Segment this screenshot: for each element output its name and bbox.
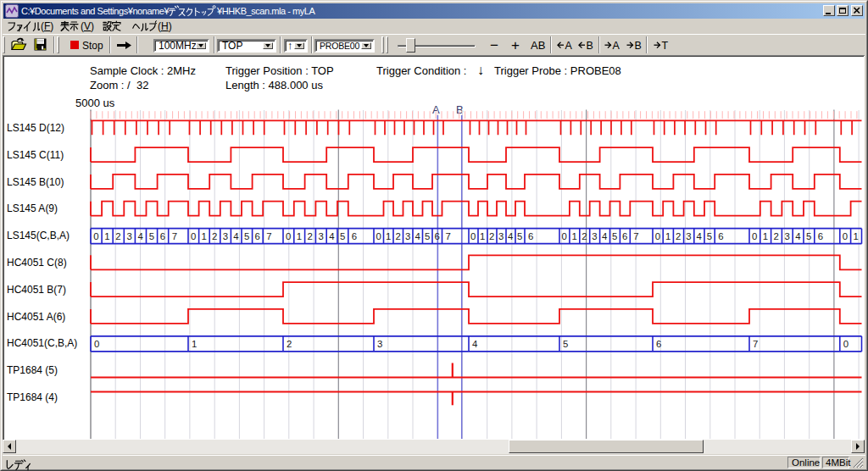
svg-text:3: 3: [127, 231, 132, 241]
svg-text:2: 2: [115, 231, 120, 241]
svg-text:2: 2: [212, 231, 217, 241]
svg-text:7: 7: [446, 231, 451, 241]
svg-text:2: 2: [287, 339, 292, 349]
svg-text:7: 7: [266, 231, 271, 241]
svg-text:4: 4: [138, 231, 143, 241]
svg-text:3: 3: [318, 231, 323, 241]
svg-text:0: 0: [752, 231, 757, 241]
svg-text:6: 6: [718, 231, 723, 241]
svg-text:2: 2: [774, 231, 779, 241]
svg-text:0: 0: [843, 231, 848, 241]
svg-text:3: 3: [405, 231, 410, 241]
svg-text:6: 6: [434, 231, 439, 241]
svg-text:4: 4: [329, 231, 334, 241]
svg-text:7: 7: [172, 231, 177, 241]
svg-text:1: 1: [763, 231, 768, 241]
svg-text:0: 0: [286, 231, 291, 241]
svg-text:2: 2: [676, 231, 681, 241]
svg-text:5: 5: [517, 231, 522, 241]
svg-text:4: 4: [233, 231, 238, 241]
svg-text:1: 1: [297, 231, 302, 241]
svg-text:6: 6: [818, 231, 823, 241]
svg-text:0: 0: [843, 339, 849, 349]
svg-text:6: 6: [255, 231, 260, 241]
svg-text:3: 3: [377, 339, 382, 349]
svg-text:3: 3: [686, 231, 691, 241]
svg-text:6: 6: [528, 231, 533, 241]
svg-text:5: 5: [425, 231, 430, 241]
svg-text:0: 0: [376, 231, 381, 241]
svg-text:2: 2: [489, 231, 494, 241]
svg-text:0: 0: [470, 231, 476, 241]
svg-text:1: 1: [202, 231, 207, 241]
svg-text:5: 5: [149, 231, 154, 241]
svg-text:0: 0: [94, 339, 99, 349]
svg-text:4: 4: [415, 231, 420, 241]
svg-text:1: 1: [571, 231, 576, 241]
svg-text:2: 2: [308, 231, 313, 241]
svg-text:5: 5: [707, 231, 712, 241]
svg-text:4: 4: [795, 231, 800, 241]
svg-text:0: 0: [562, 231, 567, 241]
svg-text:1: 1: [386, 231, 391, 241]
svg-text:0: 0: [93, 231, 98, 241]
svg-text:6: 6: [622, 231, 627, 241]
svg-text:6: 6: [160, 231, 165, 241]
svg-text:3: 3: [223, 231, 228, 241]
svg-text:4: 4: [508, 231, 513, 241]
svg-text:0: 0: [191, 231, 196, 241]
svg-text:7: 7: [753, 339, 758, 349]
svg-text:2: 2: [581, 231, 587, 241]
svg-text:1: 1: [480, 231, 485, 241]
svg-text:1: 1: [192, 339, 197, 349]
svg-text:3: 3: [498, 231, 504, 241]
svg-text:3: 3: [784, 231, 789, 241]
svg-text:5: 5: [806, 231, 811, 241]
svg-text:4: 4: [697, 231, 702, 241]
svg-text:5: 5: [563, 339, 568, 349]
svg-text:5: 5: [612, 231, 617, 241]
svg-text:2: 2: [395, 231, 400, 241]
svg-text:5: 5: [340, 231, 345, 241]
svg-text:5: 5: [244, 231, 249, 241]
svg-text:4: 4: [472, 339, 477, 349]
svg-text:1: 1: [104, 231, 109, 241]
svg-text:3: 3: [592, 231, 597, 241]
svg-text:0: 0: [655, 231, 660, 241]
svg-text:4: 4: [602, 231, 607, 241]
svg-text:1: 1: [854, 231, 859, 241]
svg-text:1: 1: [665, 231, 670, 241]
svg-text:6: 6: [656, 339, 661, 349]
svg-text:7: 7: [633, 231, 638, 241]
svg-text:6: 6: [352, 231, 357, 241]
